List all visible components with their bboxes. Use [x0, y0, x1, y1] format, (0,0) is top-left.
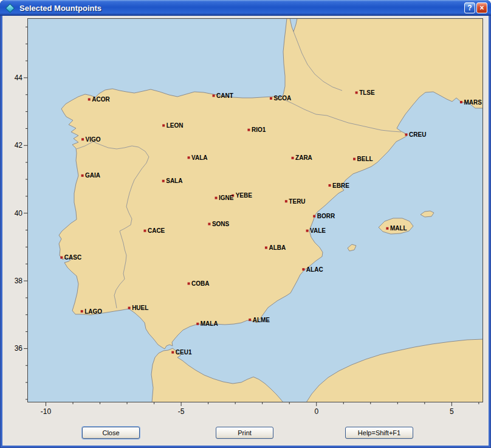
station-label: HUEL — [132, 305, 148, 311]
station-marker — [188, 156, 190, 159]
station-marker — [81, 174, 84, 177]
station-label: LEON — [167, 122, 184, 129]
close-button[interactable]: Close — [82, 427, 140, 439]
station-label: BELL — [357, 156, 373, 162]
station-label: TLSE — [359, 89, 375, 96]
station-marker — [143, 230, 146, 232]
station-label: BORR — [317, 213, 335, 219]
y-axis-label: 44 — [15, 74, 23, 82]
station-marker — [88, 98, 91, 101]
selected-mountpoints-dialog: Selected Mountpoints ? × ACORCANTSCOATLS… — [0, 0, 491, 448]
titlebar[interactable]: Selected Mountpoints ? × — [0, 0, 491, 16]
station-marker — [215, 197, 218, 199]
print-button[interactable]: Print — [216, 427, 273, 439]
station-marker — [329, 184, 331, 187]
titlebar-close-icon[interactable]: × — [476, 2, 487, 13]
station-label: ZARA — [295, 154, 312, 161]
station-label: ALBA — [269, 244, 286, 251]
station-marker — [353, 158, 355, 160]
x-axis-label: -10 — [41, 407, 52, 416]
station-label: CACE — [148, 227, 165, 234]
station-label: ACOR — [92, 96, 110, 103]
station-label: GAIA — [85, 172, 100, 179]
station-marker — [128, 307, 131, 309]
station-label: SALA — [166, 177, 182, 184]
station-marker — [208, 222, 210, 225]
window-title: Selected Mountpoints — [19, 4, 463, 13]
station-marker — [249, 319, 251, 321]
station-label: ALAC — [306, 266, 323, 273]
station-marker — [81, 310, 83, 312]
x-axis-label: -5 — [178, 407, 185, 416]
titlebar-help-icon[interactable]: ? — [464, 2, 475, 13]
station-marker — [171, 351, 174, 354]
station-marker — [386, 227, 388, 230]
app-icon — [5, 3, 15, 13]
station-label: YEBE — [236, 192, 253, 199]
station-marker — [196, 323, 199, 325]
dialog-body: ACORCANTSCOATLSEMARSLEONRIO1CREUVIGOVALA… — [2, 16, 489, 446]
station-label: EBRE — [332, 182, 349, 189]
station-label: TERU — [289, 198, 305, 205]
station-marker — [306, 230, 309, 232]
y-axis-label: 36 — [15, 344, 23, 353]
help-shortcut-button[interactable]: Help=Shift+F1 — [345, 427, 413, 439]
x-axis-label: 0 — [314, 407, 318, 416]
station-label: MALA — [201, 320, 218, 327]
station-marker — [162, 124, 165, 126]
mountpoints-map: ACORCANTSCOATLSEMARSLEONRIO1CREUVIGOVALA… — [2, 16, 489, 424]
station-label: RIO1 — [252, 126, 266, 133]
station-marker — [285, 200, 287, 202]
station-marker — [188, 283, 190, 285]
station-label: IGNE — [219, 195, 234, 201]
station-label: SCOA — [273, 95, 291, 102]
station-label: COBA — [191, 280, 209, 287]
y-axis-label: 42 — [15, 141, 23, 150]
station-marker — [265, 246, 267, 249]
y-axis-label: 40 — [15, 209, 23, 218]
station-label: VALE — [310, 227, 326, 234]
station-label: CREU — [409, 131, 426, 138]
station-marker — [162, 180, 165, 182]
station-marker — [355, 91, 358, 94]
station-label: CASC — [64, 254, 81, 261]
station-marker — [247, 129, 250, 131]
station-marker — [270, 97, 272, 100]
station-marker — [313, 215, 315, 218]
station-label: VALA — [191, 154, 207, 161]
station-marker — [213, 94, 215, 97]
station-label: MARS — [464, 99, 482, 106]
station-marker — [405, 133, 408, 136]
station-label: ALME — [253, 317, 270, 323]
station-label: VIGO — [86, 136, 101, 143]
station-label: MALL — [390, 225, 407, 232]
station-marker — [302, 268, 304, 271]
station-marker — [81, 138, 84, 140]
station-marker — [292, 157, 294, 159]
station-marker — [60, 257, 63, 259]
x-axis-label: 5 — [450, 407, 454, 416]
station-label: CANT — [216, 92, 233, 99]
station-marker — [460, 101, 462, 103]
station-label: LAGO — [84, 308, 102, 315]
station-label: SONS — [212, 221, 230, 227]
y-axis-label: 38 — [15, 277, 23, 285]
station-label: CEU1 — [176, 349, 192, 356]
